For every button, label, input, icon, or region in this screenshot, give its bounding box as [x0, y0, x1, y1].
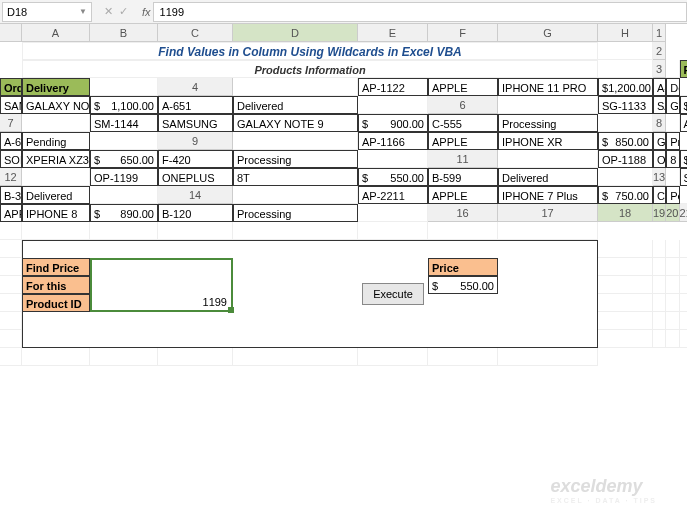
cell[interactable] — [653, 312, 666, 330]
execute-button[interactable]: Execute — [362, 283, 424, 305]
row-header[interactable]: 16 — [428, 204, 498, 222]
cell[interactable] — [90, 132, 158, 150]
row-header[interactable]: 17 — [498, 204, 598, 222]
row-header[interactable]: 12 — [0, 168, 22, 186]
cell[interactable] — [666, 60, 679, 78]
cell[interactable] — [158, 348, 233, 366]
col-header-G[interactable]: G — [498, 24, 598, 42]
cell[interactable] — [0, 276, 22, 294]
cell[interactable] — [598, 330, 653, 348]
cell[interactable] — [90, 348, 158, 366]
table-cell[interactable]: Delivered — [666, 78, 679, 96]
cell[interactable] — [666, 312, 679, 330]
cell[interactable] — [598, 240, 653, 258]
cell[interactable] — [22, 222, 90, 240]
row-header[interactable]: 11 — [428, 150, 498, 168]
cell[interactable] — [680, 330, 688, 348]
row-header[interactable]: 1 — [653, 24, 666, 42]
table-cell[interactable]: AP-1166 — [358, 132, 428, 150]
cell[interactable] — [680, 276, 688, 294]
table-cell[interactable]: 8T — [233, 168, 358, 186]
row-header[interactable]: 2 — [653, 42, 666, 60]
cell[interactable] — [428, 222, 498, 240]
table-cell[interactable]: SM-2200 — [680, 168, 688, 186]
dropdown-icon[interactable]: ▼ — [79, 7, 87, 16]
cancel-icon[interactable]: ✕ — [104, 5, 113, 18]
cell[interactable] — [666, 258, 679, 276]
table-cell[interactable]: IPHONE 7 Plus — [498, 186, 598, 204]
table-cell-price[interactable]: $900.00 — [358, 114, 428, 132]
cell[interactable] — [22, 114, 90, 132]
cell[interactable] — [0, 330, 22, 348]
cell[interactable] — [653, 258, 666, 276]
table-cell[interactable]: A-551 — [653, 78, 666, 96]
table-cell[interactable]: ONEPLUS — [653, 150, 666, 168]
cell[interactable] — [680, 240, 688, 258]
cell[interactable] — [653, 330, 666, 348]
table-cell-price[interactable]: $1,100.00 — [90, 96, 158, 114]
table-cell[interactable]: SAMSUNG — [0, 96, 22, 114]
cell[interactable] — [498, 222, 598, 240]
cell[interactable] — [666, 330, 679, 348]
cell[interactable] — [598, 312, 653, 330]
fx-icon[interactable]: fx — [142, 6, 151, 18]
row-header[interactable]: 20 — [666, 204, 679, 222]
table-cell-price[interactable]: $650.00 — [90, 150, 158, 168]
table-cell[interactable]: B-599 — [428, 168, 498, 186]
table-cell-price[interactable]: $1,000.00 — [680, 96, 688, 114]
table-cell[interactable]: AP-1122 — [358, 78, 428, 96]
cell[interactable] — [666, 294, 679, 312]
col-header-F[interactable]: F — [428, 24, 498, 42]
table-cell[interactable]: SONY — [0, 150, 22, 168]
table-cell[interactable]: ONEPLUS — [158, 168, 233, 186]
row-header[interactable]: 8 — [653, 114, 666, 132]
row-header[interactable]: 7 — [0, 114, 22, 132]
cell[interactable] — [358, 222, 428, 240]
table-cell[interactable]: C-890 — [653, 186, 666, 204]
col-header-C[interactable]: C — [158, 24, 233, 42]
row-header[interactable]: 19 — [653, 204, 666, 222]
table-cell[interactable]: AP-1155 — [680, 114, 688, 132]
table-cell[interactable]: APPLE — [428, 132, 498, 150]
row-header[interactable]: 21 — [680, 204, 688, 222]
table-cell[interactable]: SAMSUNG — [158, 114, 233, 132]
table-cell-price[interactable]: $550.00 — [358, 168, 428, 186]
cell[interactable] — [498, 348, 598, 366]
cell[interactable] — [653, 276, 666, 294]
table-cell[interactable]: C-555 — [428, 114, 498, 132]
table-cell[interactable]: Delivered — [233, 96, 358, 114]
table-cell[interactable]: B-330 — [0, 186, 22, 204]
table-cell[interactable]: IPHONE XR — [498, 132, 598, 150]
cell[interactable] — [158, 222, 233, 240]
col-header-H[interactable]: H — [598, 24, 653, 42]
table-cell[interactable]: OP-1188 — [598, 150, 653, 168]
table-cell[interactable]: Delivered — [498, 168, 598, 186]
cell[interactable] — [233, 78, 358, 96]
table-cell[interactable]: Pending — [22, 132, 90, 150]
row-header[interactable]: 18 — [598, 204, 653, 222]
table-cell[interactable]: Processing — [666, 132, 679, 150]
table-header[interactable]: Order ID — [0, 78, 22, 96]
table-cell[interactable]: SG-1133 — [598, 96, 653, 114]
cell[interactable] — [358, 96, 428, 114]
cell[interactable] — [680, 312, 688, 330]
table-cell[interactable]: OP-1199 — [90, 168, 158, 186]
table-cell-price[interactable]: $750.00 — [598, 186, 653, 204]
cell[interactable] — [598, 276, 653, 294]
spreadsheet-grid[interactable]: ABCDEFGH1Find Values in Column Using Wil… — [0, 24, 687, 366]
row-header[interactable]: 9 — [158, 132, 233, 150]
cell[interactable] — [90, 222, 158, 240]
cell[interactable] — [653, 240, 666, 258]
table-cell-price[interactable]: $1,200.00 — [598, 78, 653, 96]
cell[interactable] — [90, 186, 158, 204]
table-header[interactable]: Product ID — [680, 60, 688, 78]
cell[interactable] — [498, 96, 598, 114]
row-header[interactable]: 6 — [428, 96, 498, 114]
table-cell[interactable]: A-657 — [0, 132, 22, 150]
cell[interactable] — [680, 258, 688, 276]
table-cell[interactable]: XPERIA XZ3 — [22, 150, 90, 168]
formula-bar[interactable]: 1199 — [153, 2, 687, 22]
table-cell[interactable]: SM-1144 — [90, 114, 158, 132]
table-cell[interactable]: Delivered — [22, 186, 90, 204]
table-cell[interactable]: APPLE — [428, 186, 498, 204]
